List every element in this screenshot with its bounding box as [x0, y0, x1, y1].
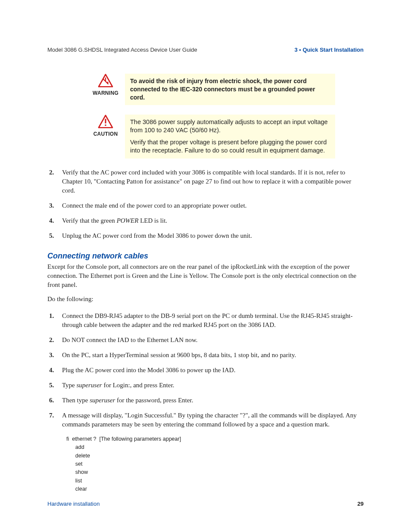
step-a5: Unplug the AC power cord from the Model …	[47, 231, 364, 240]
caution-icon-block: CAUTION	[94, 115, 117, 137]
section-heading: Connecting network cables	[47, 252, 364, 261]
running-footer: Hardware installation 29	[47, 501, 364, 507]
section-lead: Do the following:	[47, 295, 364, 304]
warning-text: To avoid the risk of injury from electri…	[130, 77, 330, 102]
caution-triangle-icon	[98, 115, 113, 130]
caution-text-2: Verify that the proper voltage is presen…	[130, 138, 330, 155]
step-a3: Connect the male end of the power cord t…	[47, 201, 364, 210]
step-b3: On the PC, start a HyperTerminal session…	[47, 351, 364, 360]
caution-label: CAUTION	[93, 131, 118, 137]
header-right: 3 • Quick Start Installation	[294, 47, 364, 53]
warning-box: To avoid the risk of injury from electri…	[125, 74, 335, 105]
caution-text-1: The 3086 power supply automatically adju…	[130, 118, 330, 135]
step-b6: Then type superuser for the password, pr…	[47, 396, 364, 405]
warning-callout: WARNING To avoid the risk of injury from…	[94, 74, 335, 105]
step-a2: Verify that the AC power cord included w…	[47, 168, 364, 195]
step-b1: Connect the DB9-RJ45 adapter to the DB-9…	[47, 311, 364, 330]
steps-list-b: Connect the DB9-RJ45 adapter to the DB-9…	[47, 311, 364, 429]
running-header: Model 3086 G.SHDSL Integrated Access Dev…	[47, 47, 364, 53]
steps-list-a: Verify that the AC power cord included w…	[47, 168, 364, 240]
step-a4: Verify that the green POWER LED is lit.	[47, 216, 364, 225]
page-number: 29	[358, 501, 364, 507]
warning-triangle-icon	[98, 74, 113, 89]
caution-box: The 3086 power supply automatically adju…	[125, 115, 335, 159]
header-left: Model 3086 G.SHDSL Integrated Access Dev…	[47, 47, 197, 53]
warning-icon-block: WARNING	[94, 74, 117, 96]
svg-rect-2	[105, 118, 106, 123]
terminal-output: fi ethernet ? [The following parameters …	[66, 435, 364, 494]
step-b4: Plug the AC power cord into the Model 30…	[47, 366, 364, 375]
step-b5: Type superuser for Login:, and press Ent…	[47, 381, 364, 390]
svg-rect-3	[105, 124, 106, 126]
section-intro: Except for the Console port, all connect…	[47, 262, 364, 289]
step-b7: A message will display, "Login Successfu…	[47, 411, 364, 429]
footer-left: Hardware installation	[47, 501, 100, 507]
warning-label: WARNING	[93, 90, 118, 96]
caution-callout: CAUTION The 3086 power supply automatica…	[94, 115, 335, 159]
step-b2: Do NOT connect the IAD to the Ethernet L…	[47, 336, 364, 345]
